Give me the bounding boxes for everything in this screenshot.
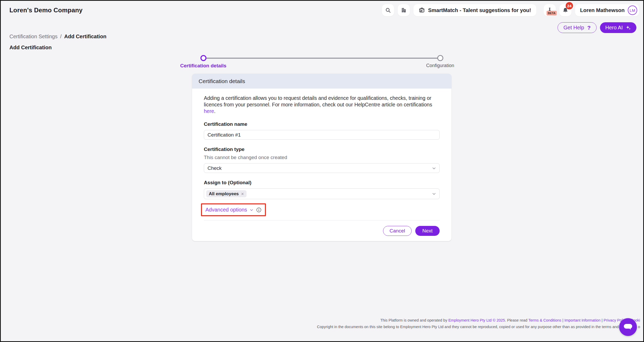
employment-hero-link[interactable]: Employment Hero Pty Ltd © 2025 bbox=[448, 318, 505, 322]
user-name: Loren Mathewson bbox=[580, 7, 625, 13]
footer-line-1: This Platform is owned and operated by E… bbox=[317, 317, 640, 324]
certification-details-card: Certification details Adding a certifica… bbox=[192, 74, 451, 241]
info-icon[interactable] bbox=[256, 207, 261, 213]
footer-text: . Please read bbox=[505, 318, 528, 322]
card-body: Adding a certification allows you to req… bbox=[192, 89, 451, 241]
intro-text: Adding a certification allows you to req… bbox=[204, 95, 434, 115]
card-actions: Cancel Next bbox=[204, 226, 440, 236]
notifications-button[interactable]: 24 bbox=[559, 4, 571, 16]
avatar: LM bbox=[628, 6, 637, 15]
stepper: Certification details Configuration bbox=[1, 54, 643, 70]
chip-label: All employees bbox=[209, 191, 239, 197]
breadcrumb-certification-settings[interactable]: Certification Settings bbox=[9, 34, 57, 40]
breadcrumb-add-certification: Add Certification bbox=[64, 34, 106, 40]
company-title: Loren's Demo Company bbox=[9, 7, 83, 14]
footer-separator: | bbox=[601, 318, 604, 322]
intro-text-main: Adding a certification allows you to req… bbox=[204, 95, 432, 107]
get-help-label: Get Help bbox=[564, 25, 584, 31]
advanced-options-highlight: Advanced options bbox=[201, 203, 266, 216]
advanced-options-toggle[interactable]: Advanced options bbox=[205, 207, 253, 213]
footer-text: This Platform is owned and operated by bbox=[380, 318, 449, 322]
footer-separator: | bbox=[561, 318, 564, 322]
smartmatch-button[interactable]: SmartMatch - Talent suggestions for you! bbox=[413, 4, 536, 16]
certification-type-select[interactable]: Check bbox=[204, 163, 440, 173]
chat-bubble-icon bbox=[623, 323, 633, 332]
building-icon bbox=[401, 7, 407, 13]
terms-conditions-link[interactable]: Terms & Conditions bbox=[528, 318, 561, 322]
notification-count-badge: 24 bbox=[566, 2, 573, 9]
labs-button[interactable]: BETA bbox=[544, 4, 556, 16]
certification-type-helper: This cannot be changed once created bbox=[204, 155, 440, 160]
chevron-down-icon bbox=[250, 208, 253, 212]
organisation-button[interactable] bbox=[398, 4, 410, 16]
card-header: Certification details bbox=[192, 74, 451, 89]
step-label-certification-details: Certification details bbox=[164, 63, 243, 69]
certification-type-value: Check bbox=[208, 165, 222, 171]
stepper-connector bbox=[206, 58, 438, 59]
hero-ai-label: Hero AI bbox=[605, 25, 623, 31]
smartmatch-label: SmartMatch - Talent suggestions for you! bbox=[428, 7, 531, 13]
card-title: Certification details bbox=[199, 78, 245, 84]
intro-text-period: . bbox=[214, 108, 215, 114]
advanced-options-label: Advanced options bbox=[205, 207, 247, 213]
next-button[interactable]: Next bbox=[415, 226, 440, 236]
page-title: Add Certification bbox=[9, 45, 52, 51]
cancel-button[interactable]: Cancel bbox=[383, 226, 412, 236]
breadcrumb: Certification Settings / Add Certificati… bbox=[9, 34, 106, 40]
breadcrumb-separator: / bbox=[60, 34, 62, 40]
certification-type-label: Certification type bbox=[204, 146, 440, 152]
certification-name-label: Certification name bbox=[204, 121, 440, 127]
question-mark-icon: ? bbox=[587, 25, 591, 31]
step-label-configuration: Configuration bbox=[401, 63, 479, 68]
all-employees-chip: All employees × bbox=[206, 190, 247, 197]
chat-launcher-button[interactable] bbox=[619, 318, 637, 336]
get-help-button[interactable]: Get Help ? bbox=[558, 22, 597, 33]
here-link[interactable]: here bbox=[204, 108, 214, 114]
help-row: Get Help ? Hero AI bbox=[558, 22, 636, 33]
hero-ai-button[interactable]: Hero AI bbox=[600, 22, 636, 33]
search-button[interactable] bbox=[382, 4, 394, 16]
assign-to-select[interactable]: All employees × bbox=[204, 188, 440, 199]
chevron-down-icon bbox=[432, 166, 436, 170]
footer-line-2: Copyright in the documents on this site … bbox=[317, 324, 640, 330]
header-actions: SmartMatch - Talent suggestions for you!… bbox=[382, 4, 639, 16]
important-information-link[interactable]: Important Information bbox=[564, 318, 601, 322]
certification-name-input[interactable] bbox=[204, 130, 440, 140]
divider bbox=[204, 220, 440, 220]
beta-badge: BETA bbox=[547, 11, 557, 15]
search-icon bbox=[385, 7, 391, 13]
chip-remove-icon[interactable]: × bbox=[241, 192, 244, 196]
top-header: Loren's Demo Company SmartMatch - Talent… bbox=[1, 1, 643, 20]
user-menu[interactable]: Loren Mathewson LM bbox=[575, 4, 639, 16]
chevron-down-icon bbox=[432, 192, 436, 196]
assign-to-label: Assign to (Optional) bbox=[204, 180, 440, 186]
footer: This Platform is owned and operated by E… bbox=[317, 317, 640, 330]
smartmatch-briefcase-search-icon bbox=[419, 7, 425, 13]
step-dot-configuration[interactable] bbox=[437, 55, 443, 61]
step-dot-certification-details[interactable] bbox=[200, 55, 206, 61]
sparkle-icon bbox=[625, 25, 631, 31]
